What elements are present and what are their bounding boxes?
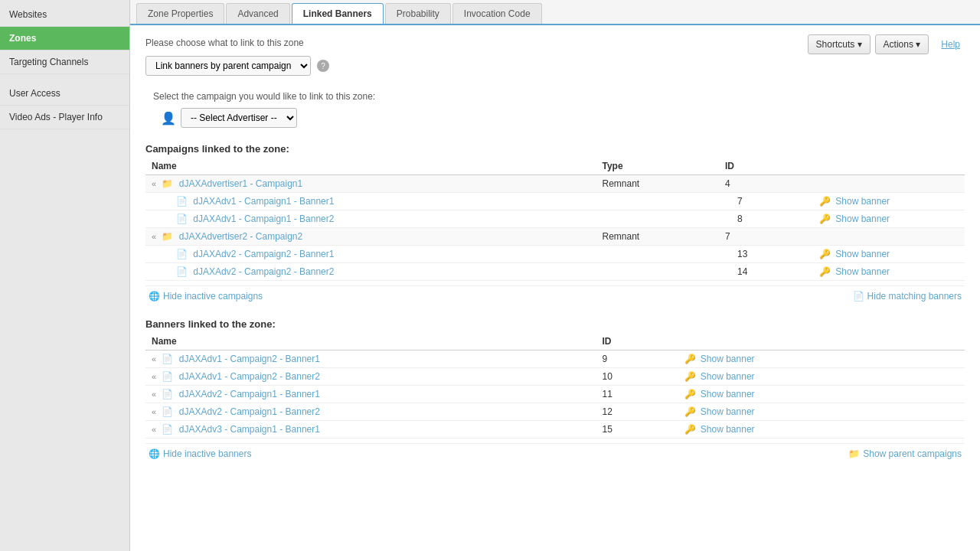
top-toolbar: Shortcuts ▾ Actions ▾ Help (808, 34, 968, 54)
key-icon: 🔑 (684, 371, 696, 382)
file-icon: 📄 (176, 214, 188, 224)
key-icon: 🔑 (819, 249, 831, 259)
table-row: « 📁 dJAXAdvertiser1 - Campaign1 Remnant … (145, 175, 965, 193)
sidebar-item-targeting[interactable]: Targeting Channels (0, 51, 129, 74)
table-row: 📄 dJAXAdv1 - Campaign1 - Banner2 8 🔑 Sho… (145, 210, 965, 228)
banner-link[interactable]: dJAXAdv2 - Campaign1 - Banner2 (179, 406, 320, 417)
sidebar-item-user-access[interactable]: User Access (0, 82, 129, 106)
show-parent-campaigns-link[interactable]: 📁 Show parent campaigns (848, 448, 962, 459)
banner-link[interactable]: dJAXAdv2 - Campaign2 - Banner1 (193, 249, 334, 259)
key-icon: 🔑 (684, 424, 696, 435)
show-banner-button[interactable]: 🔑 Show banner (684, 406, 755, 417)
show-banner-button[interactable]: 🔑 Show banner (819, 266, 890, 277)
advertiser-select[interactable]: -- Select Advertiser -- (181, 108, 297, 128)
show-banner-button[interactable]: 🔑 Show banner (819, 249, 890, 259)
banner-link[interactable]: dJAXAdv1 - Campaign2 - Banner2 (179, 371, 320, 382)
show-banner-button[interactable]: 🔑 Show banner (819, 214, 890, 224)
banner-id: 13 (719, 246, 801, 263)
hide-matching-banners-link[interactable]: 📄 Hide matching banners (853, 291, 962, 302)
banner-id: 8 (719, 210, 801, 228)
table-row: 📄 dJAXAdv2 - Campaign2 - Banner1 13 🔑 Sh… (145, 246, 965, 263)
banner-link[interactable]: dJAXAdv3 - Campaign1 - Banner1 (179, 424, 320, 435)
show-banner-button[interactable]: 🔑 Show banner (684, 371, 755, 382)
banner-link[interactable]: dJAXAdv2 - Campaign2 - Banner2 (193, 266, 334, 277)
banner-link[interactable]: dJAXAdv1 - Campaign1 - Banner2 (193, 214, 334, 224)
info-icon[interactable]: ? (317, 60, 329, 72)
key-icon: 🔑 (684, 354, 696, 364)
campaign-link[interactable]: dJAXAdvertiser2 - Campaign2 (179, 231, 302, 242)
file-icon: 📄 (162, 406, 173, 417)
collapse-icon[interactable]: « (152, 390, 156, 399)
collapse-icon[interactable]: « (152, 179, 156, 188)
tab-probability[interactable]: Probability (385, 3, 451, 24)
sidebar: Websites Zones Targeting Channels User A… (0, 0, 130, 551)
sidebar-item-video-ads[interactable]: Video Ads - Player Info (0, 106, 129, 129)
folder-icon: 📁 (162, 231, 173, 242)
inactive-icon: 🌐 (149, 291, 160, 302)
file-icon: 📄 (176, 249, 188, 259)
folder-icon2: 📁 (848, 448, 860, 459)
collapse-icon[interactable]: « (152, 232, 156, 241)
collapse-icon[interactable]: « (152, 407, 156, 416)
main-content: Zone Properties Advanced Linked Banners … (130, 0, 980, 551)
file-icon2: 📄 (853, 291, 864, 302)
key-icon: 🔑 (819, 196, 831, 207)
sidebar-item-websites[interactable]: Websites (0, 3, 129, 27)
show-banner-button[interactable]: 🔑 Show banner (684, 354, 755, 364)
link-type-row: Link banners by parent campaign ? (145, 56, 965, 76)
banner-id: 9 (596, 350, 678, 368)
key-icon: 🔑 (684, 406, 696, 417)
file-icon: 📄 (176, 196, 188, 207)
banner-id: 11 (596, 386, 678, 403)
folder-icon: 📁 (162, 178, 173, 189)
collapse-icon[interactable]: « (152, 354, 156, 364)
campaign-type: Remnant (596, 175, 720, 193)
file-icon: 📄 (162, 354, 173, 364)
help-button[interactable]: Help (933, 35, 968, 54)
campaign-id: 7 (719, 228, 801, 246)
banner-link[interactable]: dJAXAdv2 - Campaign1 - Banner1 (179, 389, 320, 399)
banner-id: 14 (719, 263, 801, 281)
table-row: 📄 dJAXAdv2 - Campaign2 - Banner2 14 🔑 Sh… (145, 263, 965, 281)
key-icon: 🔑 (819, 214, 831, 224)
show-banner-button[interactable]: 🔑 Show banner (684, 389, 755, 399)
tab-bar: Zone Properties Advanced Linked Banners … (130, 0, 980, 25)
table-row: « 📄 dJAXAdv1 - Campaign2 - Banner1 9 🔑 S… (145, 350, 965, 368)
file-icon: 📄 (176, 266, 188, 277)
banner-link[interactable]: dJAXAdv1 - Campaign1 - Banner1 (193, 196, 334, 207)
show-banner-button[interactable]: 🔑 Show banner (819, 196, 890, 207)
col-type: Type (596, 158, 720, 175)
table-row: 📄 dJAXAdv1 - Campaign1 - Banner1 7 🔑 Sho… (145, 193, 965, 210)
campaign-link[interactable]: dJAXAdvertiser1 - Campaign1 (179, 178, 302, 189)
hide-inactive-campaigns-link[interactable]: 🌐 Hide inactive campaigns (149, 291, 263, 302)
tab-invocation-code[interactable]: Invocation Code (452, 3, 542, 24)
sidebar-item-zones[interactable]: Zones (0, 27, 129, 51)
banner-id: 12 (596, 403, 678, 421)
actions-button[interactable]: Actions ▾ (875, 34, 929, 54)
show-banner-button[interactable]: 🔑 Show banner (684, 424, 755, 435)
collapse-icon[interactable]: « (152, 372, 156, 381)
table-row: « 📄 dJAXAdv3 - Campaign1 - Banner1 15 🔑 … (145, 421, 965, 439)
hide-inactive-banners-link[interactable]: 🌐 Hide inactive banners (149, 448, 251, 459)
campaign-id: 4 (719, 175, 801, 193)
link-type-select[interactable]: Link banners by parent campaign (145, 56, 311, 76)
campaigns-section-title: Campaigns linked to the zone: (145, 143, 965, 155)
banner-id: 15 (596, 421, 678, 439)
collapse-icon[interactable]: « (152, 425, 156, 434)
col-actions (801, 158, 965, 175)
table-row: « 📄 dJAXAdv2 - Campaign1 - Banner1 11 🔑 … (145, 386, 965, 403)
file-icon: 📄 (162, 371, 173, 382)
shortcuts-button[interactable]: Shortcuts ▾ (808, 34, 871, 54)
tab-advanced[interactable]: Advanced (226, 3, 289, 24)
banners-table: Name ID « 📄 dJAXAdv1 - Campaign2 - Banne… (145, 333, 965, 439)
content-area: Shortcuts ▾ Actions ▾ Help Please choose… (130, 25, 980, 551)
key-icon: 🔑 (819, 266, 831, 277)
col-actions-b (678, 333, 965, 350)
campaigns-footer: 🌐 Hide inactive campaigns 📄 Hide matchin… (145, 285, 965, 306)
key-icon: 🔑 (684, 389, 696, 399)
tab-linked-banners[interactable]: Linked Banners (292, 3, 384, 25)
banner-link[interactable]: dJAXAdv1 - Campaign2 - Banner1 (179, 354, 320, 364)
inactive-icon2: 🌐 (149, 448, 160, 459)
tab-zone-properties[interactable]: Zone Properties (136, 3, 224, 24)
col-name-b: Name (145, 333, 596, 350)
